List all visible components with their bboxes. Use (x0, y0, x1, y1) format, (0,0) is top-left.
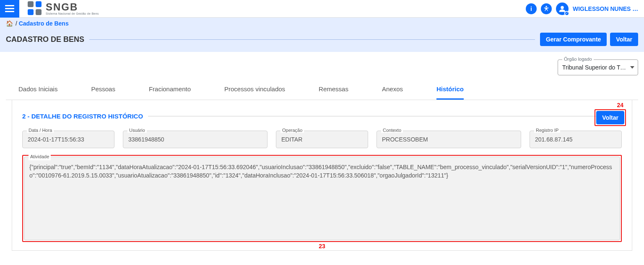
section-title: 2 - DETALHE DO REGISTRO HISTÓRICO (22, 113, 143, 120)
field-usuario-label: Usuário (127, 128, 147, 133)
breadcrumb-home[interactable]: 🏠 (6, 20, 14, 27)
tab-historico[interactable]: Histórico (436, 80, 464, 100)
orgao-row: Órgão logado Tribunal Superior do Tra… (0, 52, 644, 80)
title-bar: CADASTRO DE BENS Gerar Comprovante Volta… (0, 29, 644, 52)
tabs: Dados Iniciais Pessoas Fracionamento Pro… (6, 80, 638, 100)
tab-dados-iniciais[interactable]: Dados Iniciais (18, 80, 57, 100)
tab-pessoas[interactable]: Pessoas (91, 80, 115, 100)
field-contexto: Contexto PROCESSOBEM (377, 131, 521, 148)
annotation-marker-23: 23 (319, 243, 325, 250)
hamburger-icon (5, 5, 14, 13)
username-label[interactable]: WIGLESSON NUNES RO… (573, 5, 640, 12)
logo-title: SNGB (46, 2, 99, 12)
field-contexto-value: PROCESSOBEM (382, 136, 428, 143)
annotation-box-24: 24 Voltar (595, 109, 626, 126)
topbar: SNGB Sistema Nacional de Gestão de Bens … (0, 0, 644, 18)
title-divider (89, 39, 535, 40)
voltar-top-button[interactable]: Voltar (610, 33, 638, 46)
field-contexto-label: Contexto (381, 128, 403, 133)
orgao-value: Tribunal Superior do Tra… (562, 64, 631, 71)
field-operacao-label: Operação (280, 128, 304, 133)
field-datahora-value: 2024-01-17T15:56:33 (28, 136, 84, 143)
logo-mark-icon (28, 1, 42, 16)
tab-processos-vinculados[interactable]: Processos vinculados (224, 80, 285, 100)
info-button[interactable]: i (526, 3, 537, 14)
tab-anexos[interactable]: Anexos (382, 80, 403, 100)
voltar-section-button[interactable]: Voltar (596, 111, 624, 124)
svg-rect-1 (5, 8, 14, 9)
tab-remessas[interactable]: Remessas (319, 80, 348, 100)
field-operacao-value: EDITAR (281, 136, 302, 143)
field-datahora: Data / Hora 2024-01-17T15:56:33 (22, 131, 114, 148)
svg-rect-2 (5, 11, 14, 12)
annotation-box-23: 23 Atividade {"principal":"true","bemId"… (22, 155, 622, 242)
logo-subtitle: Sistema Nacional de Gestão de Bens (46, 12, 99, 15)
breadcrumb-item[interactable]: Cadastro de Bens (19, 20, 69, 27)
home-icon: 🏠 (6, 20, 13, 27)
field-atividade-label: Atividade (29, 154, 51, 160)
svg-rect-0 (5, 5, 14, 6)
svg-point-3 (545, 6, 547, 7)
field-operacao: Operação EDITAR (276, 131, 368, 148)
check-icon: ✓ (564, 11, 569, 16)
logo[interactable]: SNGB Sistema Nacional de Gestão de Bens (19, 1, 99, 16)
svg-point-4 (561, 6, 564, 9)
section-head: 2 - DETALHE DO REGISTRO HISTÓRICO 24 Vol… (22, 113, 622, 120)
field-usuario-value: 33861948850 (128, 136, 164, 143)
breadcrumb-sep: / (14, 20, 19, 27)
accessibility-icon (543, 5, 550, 12)
user-avatar-button[interactable]: ✓ (556, 3, 569, 15)
gerar-comprovante-button[interactable]: Gerar Comprovante (540, 33, 607, 46)
annotation-marker-24: 24 (617, 102, 623, 108)
menu-toggle-button[interactable] (0, 0, 19, 18)
chevron-down-icon (630, 66, 634, 69)
page-title: CADASTRO DE BENS (6, 35, 84, 44)
section-divider (148, 116, 622, 116)
breadcrumb: 🏠 / Cadastro de Bens (0, 18, 644, 29)
field-atividade: Atividade {"principal":"true","bemId":"1… (24, 157, 620, 240)
field-atividade-value: {"principal":"true","bemId":"1134","data… (29, 164, 612, 179)
tab-fracionamento[interactable]: Fracionamento (149, 80, 191, 100)
accessibility-button[interactable] (541, 3, 552, 14)
historico-panel: 2 - DETALHE DO REGISTRO HISTÓRICO 24 Vol… (12, 100, 632, 251)
field-registro-ip-value: 201.68.87.145 (535, 136, 573, 143)
field-registro-ip: Registro IP 201.68.87.145 (530, 131, 622, 148)
field-usuario: Usuário 33861948850 (123, 131, 267, 148)
field-datahora-label: Data / Hora (27, 128, 54, 133)
info-icon: i (530, 5, 532, 12)
field-registro-ip-label: Registro IP (534, 128, 560, 133)
orgao-select[interactable]: Órgão logado Tribunal Superior do Tra… (558, 59, 638, 75)
